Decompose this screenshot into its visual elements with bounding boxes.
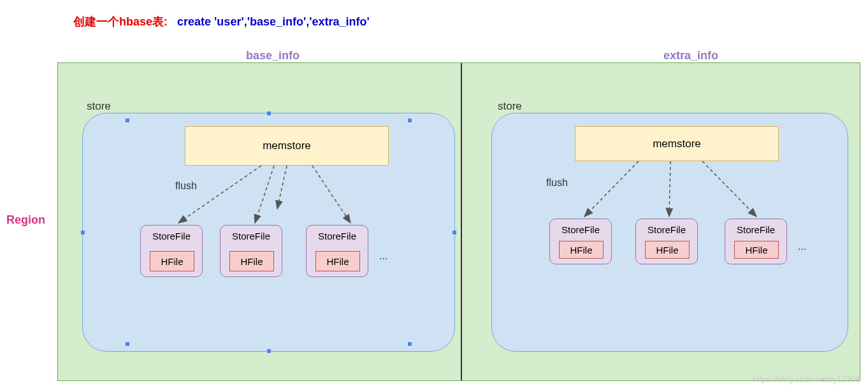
svg-line-0: [178, 166, 261, 223]
hfile-box: HFile: [229, 251, 274, 271]
storefile-label: StoreFile: [232, 231, 270, 241]
storefile-box: StoreFile HFile: [635, 219, 698, 264]
storefile-label: StoreFile: [152, 231, 191, 241]
hfile-box: HFile: [645, 241, 690, 259]
store-label-left: store: [87, 100, 111, 113]
ellipsis: ...: [379, 250, 387, 262]
region-divider: [461, 63, 462, 380]
column-family-label-left: base_info: [246, 49, 300, 62]
hfile-box: HFile: [559, 241, 604, 259]
svg-line-4: [584, 161, 639, 217]
memstore-label: memstore: [653, 138, 701, 150]
svg-line-2: [277, 166, 287, 209]
storefile-box: StoreFile HFile: [306, 225, 368, 277]
hfile-label: HFile: [656, 245, 678, 255]
title-blue-part: create 'user','base_info','extra_info': [177, 15, 370, 28]
storefile-label: StoreFile: [737, 224, 775, 235]
store-label-right: store: [498, 100, 522, 113]
region-box: base_info extra_info store store memstor…: [57, 62, 860, 381]
storefile-label: StoreFile: [647, 224, 686, 235]
storefile-label: StoreFile: [561, 224, 600, 235]
ellipsis: ...: [798, 241, 806, 252]
store-box-right: memstore flush StoreFile HFile StoreFile…: [491, 113, 848, 352]
hfile-box: HFile: [734, 241, 779, 259]
title-red-part: 创建一个hbase表:: [73, 15, 168, 28]
storefile-box: StoreFile HFile: [220, 225, 282, 277]
store-box-left: memstore flush StoreFile HFile StoreFile…: [82, 113, 455, 352]
memstore-box-left: memstore: [185, 126, 389, 166]
svg-line-3: [312, 166, 351, 223]
memstore-box-right: memstore: [575, 126, 779, 161]
hfile-box: HFile: [150, 251, 194, 271]
svg-line-5: [669, 161, 670, 217]
memstore-label: memstore: [263, 140, 311, 152]
hfile-label: HFile: [745, 245, 767, 255]
hfile-label: HFile: [570, 245, 592, 255]
hfile-label: HFile: [326, 256, 349, 267]
region-label: Region: [6, 213, 45, 227]
diagram-title: 创建一个hbase表: create 'user','base_info','e…: [73, 14, 370, 29]
svg-line-6: [702, 161, 756, 217]
storefile-box: StoreFile HFile: [549, 219, 612, 264]
hfile-label: HFile: [161, 256, 183, 267]
flush-label-left: flush: [175, 180, 197, 192]
storefile-box: StoreFile HFile: [140, 225, 203, 277]
hfile-box: HFile: [315, 251, 360, 271]
storefile-box: StoreFile HFile: [725, 219, 787, 264]
column-family-label-right: extra_info: [663, 49, 718, 62]
svg-line-1: [255, 166, 274, 223]
watermark: https://blog.csdn.net/zy12306: [753, 375, 860, 384]
storefile-label: StoreFile: [318, 231, 356, 241]
hfile-label: HFile: [240, 256, 263, 267]
flush-label-right: flush: [546, 177, 568, 189]
